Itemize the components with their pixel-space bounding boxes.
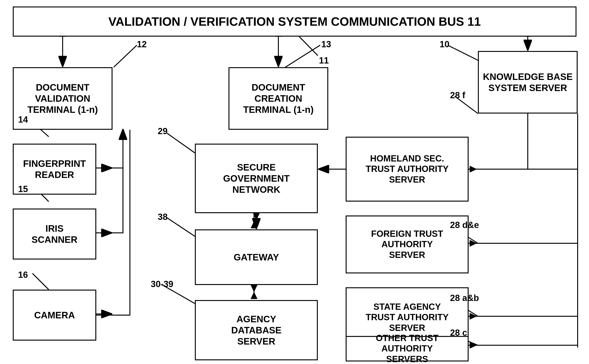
label-11: 11 <box>319 56 329 65</box>
agency-db-box: AGENCY DATABASE SERVER <box>195 300 318 360</box>
label-28c: 28 c <box>450 328 467 338</box>
svg-marker-27 <box>251 285 257 292</box>
svg-line-20 <box>167 218 195 236</box>
other-box: OTHER TRUST AUTHORITY SERVERS <box>346 336 469 361</box>
fingerprint-label: FINGERPRINT READER <box>23 158 86 180</box>
label-29: 29 <box>158 126 167 136</box>
iris-box: IRIS SCANNER <box>13 208 96 260</box>
secure-gov-box: SECURE GOVERNMENT NETWORK <box>195 144 318 213</box>
agency-db-label: AGENCY DATABASE SERVER <box>231 313 281 347</box>
label-30-39: 30-39 <box>151 279 173 289</box>
svg-line-19 <box>167 133 195 153</box>
svg-line-17 <box>114 45 137 67</box>
doc-creation-box: DOCUMENT CREATION TERMINAL (1-n) <box>228 67 328 130</box>
secure-gov-label: SECURE GOVERNMENT NETWORK <box>223 162 290 195</box>
svg-marker-35 <box>470 166 477 172</box>
knowledge-base-box: KNOWLEDGE BASE SYSTEM SERVER <box>478 51 578 114</box>
label-10: 10 <box>440 39 449 49</box>
svg-marker-28 <box>251 292 257 299</box>
label-13: 13 <box>321 39 331 49</box>
svg-marker-36 <box>470 240 477 247</box>
svg-line-45 <box>448 45 478 60</box>
label-15: 15 <box>18 184 28 194</box>
svg-marker-37 <box>470 313 477 319</box>
doc-creation-label: DOCUMENT CREATION TERMINAL (1-n) <box>243 82 314 115</box>
svg-marker-38 <box>470 342 477 349</box>
label-12: 12 <box>137 39 147 49</box>
diagram: VALIDATION / VERIFICATION SYSTEM COMMUNI… <box>0 0 589 364</box>
homeland-box: HOMELAND SEC. TRUST AUTHORITY SERVER <box>346 137 469 202</box>
label-38: 38 <box>158 212 167 222</box>
camera-box: CAMERA <box>13 290 96 341</box>
svg-line-16 <box>33 273 49 290</box>
label-28ab: 28 a&b <box>450 293 479 303</box>
gateway-box: GATEWAY <box>195 229 318 285</box>
bus-box: VALIDATION / VERIFICATION SYSTEM COMMUNI… <box>13 6 576 37</box>
bus-label: VALIDATION / VERIFICATION SYSTEM COMMUNI… <box>108 14 481 29</box>
knowledge-base-label: KNOWLEDGE BASE SYSTEM SERVER <box>483 71 573 93</box>
svg-line-18 <box>285 45 320 67</box>
svg-marker-25 <box>251 221 257 228</box>
label-28f: 28 f <box>450 90 465 100</box>
label-16: 16 <box>18 270 28 280</box>
gateway-label: GATEWAY <box>234 252 279 263</box>
svg-line-10 <box>299 37 318 56</box>
iris-label: IRIS SCANNER <box>32 223 78 245</box>
other-label: OTHER TRUST AUTHORITY SERVERS <box>376 333 438 364</box>
doc-validation-label: DOCUMENT VALIDATION TERMINAL (1-n) <box>27 82 98 115</box>
svg-marker-23 <box>253 213 260 220</box>
camera-label: CAMERA <box>34 310 75 321</box>
homeland-label: HOMELAND SEC. TRUST AUTHORITY SERVER <box>366 153 448 185</box>
label-14: 14 <box>18 115 28 125</box>
state-agency-label: STATE AGENCY TRUST AUTHORITY SERVER <box>366 302 448 333</box>
foreign-label: FOREIGN TRUST AUTHORITY SERVER <box>371 229 443 260</box>
label-28de: 28 d&e <box>450 220 479 230</box>
